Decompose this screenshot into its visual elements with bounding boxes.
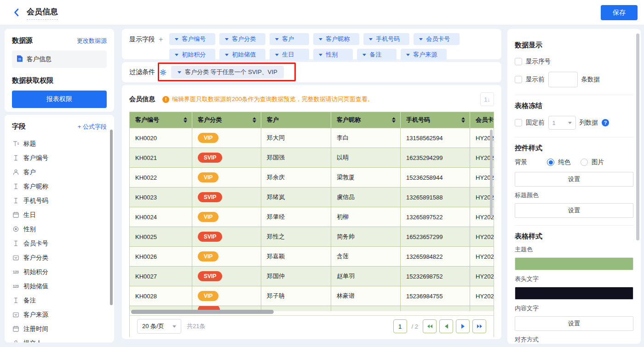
page-count: / 2	[412, 323, 418, 330]
column-header-nickname[interactable]: 客户昵称	[331, 112, 401, 128]
field-item-nickname[interactable]: 客户昵称	[5, 179, 114, 193]
field-chip[interactable]: 性别	[313, 49, 353, 61]
add-formula-field-link[interactable]: + 公式字段	[78, 123, 107, 131]
field-item-register-time[interactable]: 注册时间	[5, 322, 114, 336]
back-button[interactable]	[12, 7, 22, 17]
field-chip[interactable]: 客户来源	[401, 49, 447, 61]
report-permission-button[interactable]: 报表权限	[12, 91, 107, 108]
show-first-prefix: 显示前	[526, 75, 545, 84]
sort-icon	[392, 117, 396, 123]
text-icon	[12, 240, 19, 247]
column-header-customer-code[interactable]: 客户编号	[130, 112, 192, 128]
field-item-remark[interactable]: 备注	[5, 293, 114, 307]
number-icon: 123	[12, 283, 19, 290]
show-first-count-input[interactable]	[548, 72, 578, 87]
page-title: 会员信息	[27, 6, 58, 20]
datasource-item[interactable]: 客户信息	[12, 51, 107, 68]
field-item-initial-points[interactable]: 123 初始积分	[5, 265, 114, 279]
field-item-title[interactable]: 标题	[5, 137, 114, 151]
field-item-customer[interactable]: 客户	[5, 165, 114, 179]
data-display-title: 数据显示	[515, 41, 633, 50]
background-set-button[interactable]: 设置	[515, 172, 633, 187]
category-badge: SVIP	[198, 192, 222, 202]
number-icon: 123	[12, 268, 19, 276]
field-chip[interactable]: 会员卡号	[414, 33, 460, 45]
title-color-set-button[interactable]: 设置	[515, 203, 633, 218]
solid-color-label: 纯色	[558, 158, 570, 166]
radio-icon	[12, 226, 19, 233]
column-header-customer[interactable]: 客户	[261, 112, 331, 128]
horizontal-scrollbar[interactable]	[131, 310, 274, 314]
field-item-phone[interactable]: 手机号码	[5, 193, 114, 208]
table-header: 客户编号 客户分类 客户 客户昵称 手机号码 会员卡号	[130, 112, 494, 128]
field-item-customer-source[interactable]: 客户来源	[5, 307, 114, 322]
member-table: 客户编号 客户分类 客户 客户昵称 手机号码 会员卡号 KH0020 VIP 郑…	[130, 112, 494, 311]
field-item-birthday[interactable]: 生日	[5, 208, 114, 222]
theme-color-swatch[interactable]	[515, 257, 633, 270]
warning-icon: !	[162, 96, 169, 103]
last-page-button[interactable]	[472, 319, 486, 333]
chevron-down-icon	[175, 38, 178, 40]
field-chip[interactable]: 初始积分	[169, 49, 215, 61]
display-field-chips: 客户编号 客户分类 客户 客户昵称 手机号码 会员卡号 初始积分 初始储值 生日…	[169, 33, 494, 55]
freeze-prefix: 固定前	[526, 119, 545, 127]
column-header-customer-category[interactable]: 客户分类	[192, 112, 261, 128]
gear-icon[interactable]	[160, 69, 167, 76]
previous-page-button[interactable]	[439, 319, 453, 333]
freeze-columns-checkbox[interactable]	[515, 119, 522, 126]
field-chip[interactable]: 初始储值	[219, 49, 265, 61]
field-item-initial-stored-value[interactable]: 123 初始储值	[5, 279, 114, 293]
field-chip[interactable]: 客户	[270, 33, 309, 45]
first-page-button[interactable]	[423, 319, 437, 333]
current-page-input[interactable]: 1	[393, 319, 407, 333]
datasource-item-label: 客户信息	[27, 55, 52, 63]
change-datasource-link[interactable]: 更改数据源	[77, 37, 107, 45]
column-header-phone[interactable]: 手机号码	[401, 112, 470, 128]
field-chip[interactable]: 备注	[357, 49, 397, 61]
content-text-set-button[interactable]: 设置	[515, 316, 633, 331]
help-icon[interactable]: ?	[602, 119, 609, 126]
category-badge: SVIP	[198, 232, 222, 242]
text-icon	[12, 183, 19, 190]
background-label: 背景	[515, 158, 543, 166]
text-icon	[12, 154, 19, 162]
sort-order-icon[interactable]: 1↓	[480, 92, 494, 106]
next-page-button[interactable]	[456, 319, 470, 333]
field-item-gender[interactable]: 性别	[5, 222, 114, 236]
field-list: 标题 客户编号 客户 客户昵称 手机号码 生日	[5, 137, 114, 342]
page-size-select[interactable]: 20 条/页	[137, 319, 181, 334]
document-icon	[17, 55, 23, 63]
chevron-down-icon	[225, 54, 229, 56]
column-header-member-card[interactable]: 会员卡号	[470, 112, 494, 128]
vertical-scrollbar[interactable]	[490, 130, 493, 217]
save-button[interactable]: 保存	[601, 5, 638, 20]
show-first-checkbox[interactable]	[515, 76, 522, 83]
field-chip[interactable]: 手机号码	[363, 33, 409, 45]
field-chip[interactable]: 客户昵称	[313, 33, 359, 45]
category-badge: VIP	[198, 172, 218, 182]
theme-color-label: 主题色	[515, 245, 633, 254]
display-fields-label: 显示字段	[129, 35, 155, 55]
field-chip[interactable]: 生日	[270, 49, 309, 61]
filter-condition-chip[interactable]: 客户分类 等于任意一个 SVIP、VIP	[171, 66, 284, 79]
add-display-field-button[interactable]: +	[159, 35, 163, 55]
image-radio[interactable]	[581, 159, 588, 166]
table-row: KH0021 SVIP 郑国强 以晴 16235294299 HY2022	[130, 148, 494, 167]
field-item-submitter[interactable]: 提交人	[5, 336, 114, 342]
field-item-customer-category[interactable]: 客户分类	[5, 250, 114, 265]
field-item-member-card[interactable]: 会员卡号	[5, 236, 114, 250]
header-text-color-swatch[interactable]	[515, 287, 633, 300]
freeze-column-count-select[interactable]: 1	[548, 116, 576, 130]
member-table-card: 会员信息 ! 编辑界面只取数据源前200条作为查询数据预览，完整数据请访问页面查…	[122, 85, 501, 339]
field-chip[interactable]: 客户分类	[219, 33, 265, 45]
field-item-customer-code[interactable]: 客户编号	[5, 151, 114, 165]
settings-scrollbar[interactable]	[636, 34, 639, 240]
fields-scrollbar[interactable]	[110, 130, 113, 305]
display-fields-card: 显示字段 + 客户编号 客户分类 客户 客户昵称 手机号码 会员卡号 初始积分 …	[122, 29, 501, 59]
field-chip[interactable]: 客户编号	[169, 33, 215, 45]
filter-condition-text: 客户分类 等于任意一个 SVIP、VIP	[185, 68, 277, 76]
select-icon	[12, 254, 19, 262]
show-index-checkbox[interactable]	[515, 58, 522, 65]
chevron-down-icon	[406, 54, 410, 56]
solid-color-radio[interactable]	[547, 159, 554, 166]
